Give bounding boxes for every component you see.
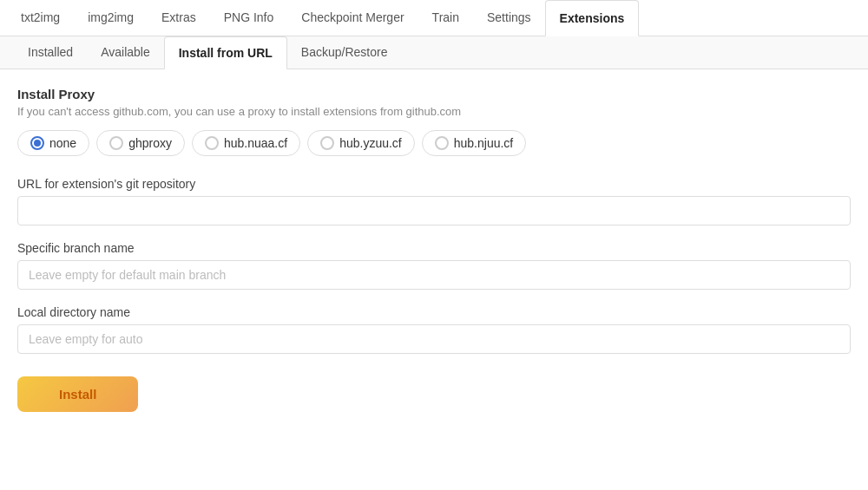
directory-field-label: Local directory name (17, 305, 851, 319)
proxy-radio-hub-nuaa-cf[interactable] (205, 136, 219, 150)
directory-input[interactable] (17, 324, 851, 354)
proxy-option-hub-nuaa-cf[interactable]: hub.nuaa.cf (192, 130, 300, 156)
proxy-radio-hub-yzuu-cf[interactable] (320, 136, 334, 150)
subtab-install-from-url[interactable]: Install from URL (164, 36, 287, 69)
install-button[interactable]: Install (17, 376, 138, 412)
proxy-option-hub-njuu-cf[interactable]: hub.njuu.cf (422, 130, 527, 156)
proxy-radio-group: none ghproxy hub.nuaa.cf hub.yzuu.cf hub… (17, 130, 851, 156)
proxy-label-hub-njuu-cf: hub.njuu.cf (454, 136, 514, 150)
proxy-label-hub-nuaa-cf: hub.nuaa.cf (224, 136, 287, 150)
tab-checkpoint-merger[interactable]: Checkpoint Merger (287, 0, 418, 36)
proxy-label-ghproxy: ghproxy (128, 136, 172, 150)
tab-img2img[interactable]: img2img (74, 0, 148, 36)
branch-field-label: Specific branch name (17, 241, 851, 255)
install-proxy-section: Install Proxy If you can't access github… (17, 87, 851, 156)
subtab-backup-restore[interactable]: Backup/Restore (287, 36, 402, 69)
tab-extras[interactable]: Extras (148, 0, 210, 36)
proxy-option-hub-yzuu-cf[interactable]: hub.yzuu.cf (307, 130, 415, 156)
tab-settings[interactable]: Settings (473, 0, 545, 36)
proxy-label-hub-yzuu-cf: hub.yzuu.cf (339, 136, 402, 150)
main-content: Install Proxy If you can't access github… (0, 69, 868, 429)
sub-nav: Installed Available Install from URL Bac… (0, 36, 868, 69)
proxy-option-ghproxy[interactable]: ghproxy (96, 130, 185, 156)
directory-field-group: Local directory name (17, 305, 851, 354)
install-proxy-subtitle: If you can't access github.com, you can … (17, 105, 851, 118)
tab-extensions[interactable]: Extensions (545, 0, 640, 36)
subtab-available[interactable]: Available (87, 36, 164, 69)
install-proxy-title: Install Proxy (17, 87, 851, 101)
proxy-radio-ghproxy[interactable] (109, 136, 123, 150)
proxy-radio-none[interactable] (30, 136, 44, 150)
proxy-label-none: none (49, 136, 76, 150)
tab-train[interactable]: Train (418, 0, 473, 36)
proxy-radio-hub-njuu-cf[interactable] (435, 136, 449, 150)
url-input[interactable] (17, 196, 851, 225)
branch-input[interactable] (17, 260, 851, 290)
url-field-label: URL for extension's git repository (17, 177, 851, 191)
tab-txt2img[interactable]: txt2img (7, 0, 74, 36)
proxy-option-none[interactable]: none (17, 130, 89, 156)
top-nav: txt2img img2img Extras PNG Info Checkpoi… (0, 0, 868, 36)
subtab-installed[interactable]: Installed (14, 36, 87, 69)
branch-field-group: Specific branch name (17, 241, 851, 290)
tab-png-info[interactable]: PNG Info (210, 0, 288, 36)
url-field-group: URL for extension's git repository (17, 177, 851, 225)
